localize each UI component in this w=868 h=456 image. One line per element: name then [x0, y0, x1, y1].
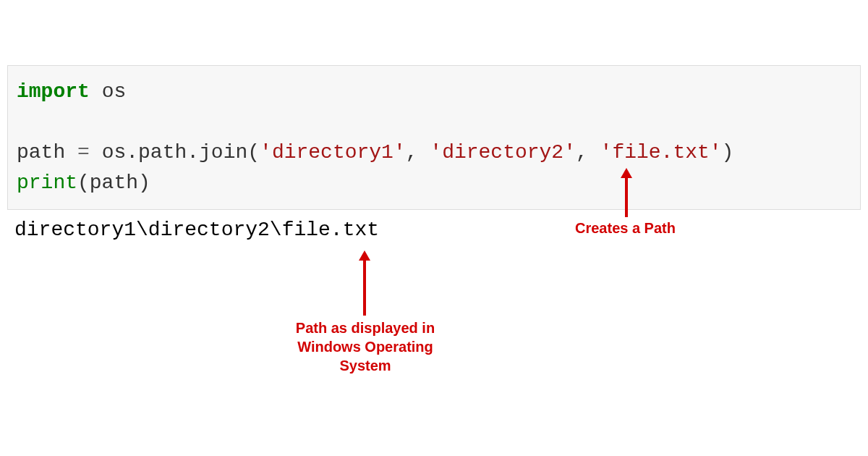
- string-file: 'file.txt': [600, 141, 722, 164]
- os-path-join: os.path.join(: [90, 141, 260, 164]
- code-line-1: import os: [17, 77, 851, 107]
- close-paren: ): [722, 141, 734, 164]
- string-dir2: 'directory2': [430, 141, 576, 164]
- arrow-2-line: [363, 259, 366, 316]
- string-dir1: 'directory1': [260, 141, 406, 164]
- code-line-blank: [17, 107, 851, 138]
- code-block: import os path = os.path.join('directory…: [7, 65, 861, 210]
- annotation-windows-path: Path as displayed in Windows Operating S…: [289, 318, 441, 375]
- code-line-4: print(path): [17, 168, 851, 198]
- code-line-3: path = os.path.join('directory1', 'direc…: [17, 138, 851, 168]
- print-args: (path): [77, 172, 150, 194]
- annotation-creates-path: Creates a Path: [575, 219, 676, 237]
- comma-2: ,: [576, 141, 600, 164]
- arrow-1-line: [625, 177, 628, 217]
- arrow-1-head: [621, 168, 632, 178]
- equals-operator: =: [77, 141, 90, 164]
- arrow-2-head: [359, 250, 370, 261]
- var-path: path: [17, 141, 77, 164]
- print-builtin: print: [17, 172, 77, 194]
- keyword-import: import: [17, 80, 90, 103]
- module-os: os: [90, 80, 126, 103]
- comma-1: ,: [406, 141, 430, 164]
- output-text: directory1\directory2\file.txt: [14, 219, 379, 241]
